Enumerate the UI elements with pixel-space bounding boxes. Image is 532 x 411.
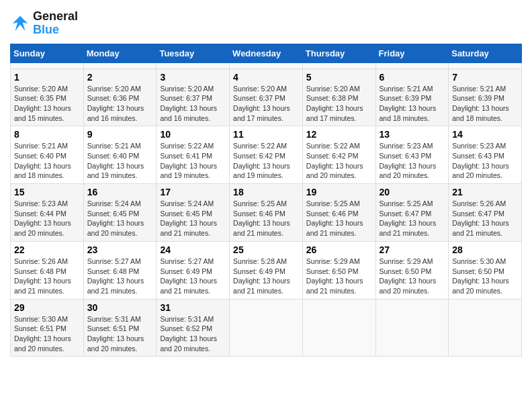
calendar-cell: 1Sunrise: 5:20 AM Sunset: 6:35 PM Daylig…: [11, 68, 84, 126]
day-info: Sunrise: 5:20 AM Sunset: 6:35 PM Dayligh…: [14, 84, 80, 124]
logo-text: General Blue: [33, 10, 78, 37]
calendar-week-5: 22Sunrise: 5:26 AM Sunset: 6:48 PM Dayli…: [11, 241, 522, 299]
day-info: Sunrise: 5:21 AM Sunset: 6:40 PM Dayligh…: [87, 141, 153, 181]
calendar-cell: 13Sunrise: 5:23 AM Sunset: 6:43 PM Dayli…: [375, 126, 449, 184]
header-day-thursday: Thursday: [302, 44, 375, 62]
day-info: Sunrise: 5:26 AM Sunset: 6:47 PM Dayligh…: [452, 199, 518, 238]
calendar-cell: 25Sunrise: 5:28 AM Sunset: 6:49 PM Dayli…: [230, 241, 303, 299]
day-number: 17: [160, 187, 226, 197]
day-number: 4: [233, 72, 299, 83]
day-info: Sunrise: 5:20 AM Sunset: 6:37 PM Dayligh…: [160, 84, 226, 124]
day-number: 27: [380, 244, 445, 255]
day-info: Sunrise: 5:26 AM Sunset: 6:48 PM Dayligh…: [14, 257, 80, 296]
calendar-cell: 23Sunrise: 5:27 AM Sunset: 6:48 PM Dayli…: [83, 241, 157, 299]
day-number: 13: [380, 129, 445, 140]
day-info: Sunrise: 5:24 AM Sunset: 6:45 PM Dayligh…: [87, 199, 153, 238]
calendar-cell: [157, 62, 230, 68]
day-number: 12: [306, 129, 372, 140]
day-number: 8: [14, 129, 80, 140]
day-info: Sunrise: 5:21 AM Sunset: 6:39 PM Dayligh…: [380, 84, 445, 124]
calendar-cell: 17Sunrise: 5:24 AM Sunset: 6:45 PM Dayli…: [157, 184, 230, 242]
header-day-sunday: Sunday: [11, 44, 84, 62]
day-number: 6: [380, 72, 445, 83]
calendar-cell: [375, 299, 449, 357]
day-number: 9: [87, 129, 153, 140]
day-number: 22: [14, 244, 80, 255]
day-info: Sunrise: 5:27 AM Sunset: 6:48 PM Dayligh…: [87, 257, 153, 296]
day-info: Sunrise: 5:20 AM Sunset: 6:37 PM Dayligh…: [233, 84, 299, 124]
calendar-week-2: 1Sunrise: 5:20 AM Sunset: 6:35 PM Daylig…: [11, 68, 522, 126]
day-info: Sunrise: 5:22 AM Sunset: 6:41 PM Dayligh…: [160, 141, 226, 181]
day-number: 30: [87, 302, 153, 313]
calendar-cell: 30Sunrise: 5:31 AM Sunset: 6:51 PM Dayli…: [83, 299, 157, 357]
day-info: Sunrise: 5:25 AM Sunset: 6:46 PM Dayligh…: [306, 199, 372, 238]
calendar-week-6: 29Sunrise: 5:30 AM Sunset: 6:51 PM Dayli…: [11, 299, 522, 357]
calendar-cell: 29Sunrise: 5:30 AM Sunset: 6:51 PM Dayli…: [11, 299, 84, 357]
day-info: Sunrise: 5:22 AM Sunset: 6:42 PM Dayligh…: [306, 141, 372, 181]
calendar-cell: 27Sunrise: 5:29 AM Sunset: 6:50 PM Dayli…: [375, 241, 449, 299]
day-info: Sunrise: 5:28 AM Sunset: 6:49 PM Dayligh…: [233, 257, 299, 296]
day-number: 31: [160, 302, 226, 313]
calendar-cell: 5Sunrise: 5:20 AM Sunset: 6:38 PM Daylig…: [302, 68, 375, 126]
day-number: 16: [87, 187, 153, 197]
calendar-table: SundayMondayTuesdayWednesdayThursdayFrid…: [10, 44, 522, 357]
calendar-cell: [230, 299, 303, 357]
day-info: Sunrise: 5:22 AM Sunset: 6:42 PM Dayligh…: [233, 141, 299, 181]
header-day-friday: Friday: [375, 44, 449, 62]
calendar-week-1: [11, 62, 522, 68]
day-number: 2: [87, 72, 153, 83]
calendar-cell: [449, 299, 522, 357]
calendar-cell: 4Sunrise: 5:20 AM Sunset: 6:37 PM Daylig…: [230, 68, 303, 126]
calendar-cell: 3Sunrise: 5:20 AM Sunset: 6:37 PM Daylig…: [157, 68, 230, 126]
calendar-cell: [11, 62, 84, 68]
calendar-cell: [302, 299, 375, 357]
day-number: 15: [14, 187, 80, 197]
day-info: Sunrise: 5:31 AM Sunset: 6:51 PM Dayligh…: [87, 314, 153, 354]
day-number: 10: [160, 129, 226, 140]
logo-icon: [10, 13, 30, 34]
calendar-cell: 22Sunrise: 5:26 AM Sunset: 6:48 PM Dayli…: [11, 241, 84, 299]
day-info: Sunrise: 5:20 AM Sunset: 6:36 PM Dayligh…: [87, 84, 153, 124]
calendar-cell: 10Sunrise: 5:22 AM Sunset: 6:41 PM Dayli…: [157, 126, 230, 184]
calendar-cell: 31Sunrise: 5:31 AM Sunset: 6:52 PM Dayli…: [157, 299, 230, 357]
calendar-cell: 6Sunrise: 5:21 AM Sunset: 6:39 PM Daylig…: [375, 68, 449, 126]
calendar-cell: 9Sunrise: 5:21 AM Sunset: 6:40 PM Daylig…: [83, 126, 157, 184]
day-number: 3: [160, 72, 226, 83]
calendar-cell: [83, 62, 157, 68]
header-day-tuesday: Tuesday: [157, 44, 230, 62]
day-number: 18: [233, 187, 299, 197]
day-number: 1: [14, 72, 80, 83]
calendar-cell: 14Sunrise: 5:23 AM Sunset: 6:43 PM Dayli…: [449, 126, 522, 184]
calendar-cell: 8Sunrise: 5:21 AM Sunset: 6:40 PM Daylig…: [11, 126, 84, 184]
day-info: Sunrise: 5:23 AM Sunset: 6:43 PM Dayligh…: [380, 141, 445, 181]
day-info: Sunrise: 5:25 AM Sunset: 6:46 PM Dayligh…: [233, 199, 299, 238]
day-number: 21: [452, 187, 518, 197]
calendar-cell: 11Sunrise: 5:22 AM Sunset: 6:42 PM Dayli…: [230, 126, 303, 184]
calendar-cell: [375, 62, 449, 68]
calendar-header-row: SundayMondayTuesdayWednesdayThursdayFrid…: [11, 44, 522, 62]
day-number: 19: [306, 187, 372, 197]
day-info: Sunrise: 5:23 AM Sunset: 6:44 PM Dayligh…: [14, 199, 80, 238]
calendar-cell: [449, 62, 522, 68]
day-info: Sunrise: 5:21 AM Sunset: 6:40 PM Dayligh…: [14, 141, 80, 181]
calendar-body: 1Sunrise: 5:20 AM Sunset: 6:35 PM Daylig…: [11, 62, 522, 357]
day-number: 28: [452, 244, 518, 255]
day-number: 25: [233, 244, 299, 255]
calendar-cell: [230, 62, 303, 68]
calendar-cell: 24Sunrise: 5:27 AM Sunset: 6:49 PM Dayli…: [157, 241, 230, 299]
calendar-cell: 12Sunrise: 5:22 AM Sunset: 6:42 PM Dayli…: [302, 126, 375, 184]
calendar-cell: 16Sunrise: 5:24 AM Sunset: 6:45 PM Dayli…: [83, 184, 157, 242]
calendar-cell: 20Sunrise: 5:25 AM Sunset: 6:47 PM Dayli…: [375, 184, 449, 242]
day-info: Sunrise: 5:29 AM Sunset: 6:50 PM Dayligh…: [306, 257, 372, 296]
calendar-cell: 26Sunrise: 5:29 AM Sunset: 6:50 PM Dayli…: [302, 241, 375, 299]
day-info: Sunrise: 5:24 AM Sunset: 6:45 PM Dayligh…: [160, 199, 226, 238]
day-info: Sunrise: 5:21 AM Sunset: 6:39 PM Dayligh…: [452, 84, 518, 124]
day-info: Sunrise: 5:20 AM Sunset: 6:38 PM Dayligh…: [306, 84, 372, 124]
day-number: 11: [233, 129, 299, 140]
calendar-cell: 7Sunrise: 5:21 AM Sunset: 6:39 PM Daylig…: [449, 68, 522, 126]
calendar-week-4: 15Sunrise: 5:23 AM Sunset: 6:44 PM Dayli…: [11, 184, 522, 242]
day-info: Sunrise: 5:27 AM Sunset: 6:49 PM Dayligh…: [160, 257, 226, 296]
calendar-cell: 2Sunrise: 5:20 AM Sunset: 6:36 PM Daylig…: [83, 68, 157, 126]
calendar-week-3: 8Sunrise: 5:21 AM Sunset: 6:40 PM Daylig…: [11, 126, 522, 184]
day-number: 23: [87, 244, 153, 255]
